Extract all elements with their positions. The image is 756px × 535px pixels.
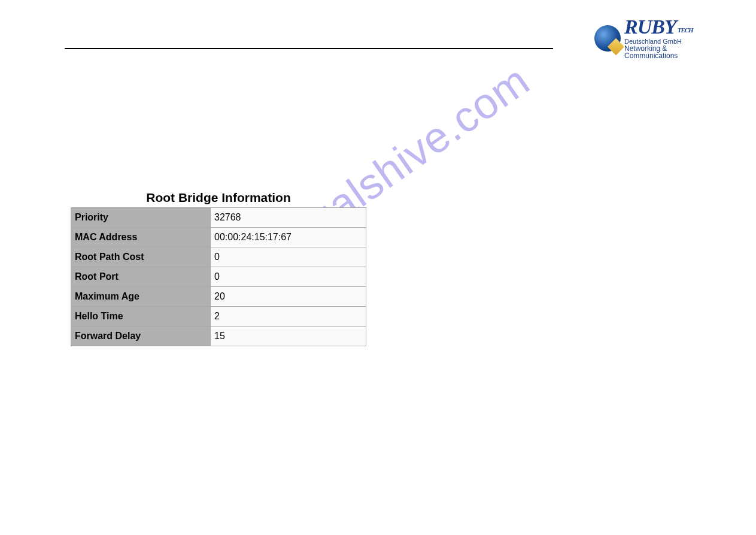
- globe-icon: [594, 25, 621, 52]
- row-label: Maximum Age: [71, 287, 211, 307]
- table-row: MAC Address 00:00:24:15:17:67: [71, 228, 366, 247]
- row-value: 20: [211, 287, 366, 307]
- table-row: Forward Delay 15: [71, 327, 366, 346]
- logo-brand: RUBY TECH: [624, 17, 702, 37]
- root-bridge-table: Priority 32768 MAC Address 00:00:24:15:1…: [71, 207, 366, 346]
- row-value: 2: [211, 307, 366, 327]
- row-label: Forward Delay: [71, 327, 211, 346]
- logo-brand-text: RUBY: [624, 17, 676, 37]
- table-row: Maximum Age 20: [71, 287, 366, 307]
- table-title: Root Bridge Information: [71, 191, 366, 205]
- row-value: 0: [211, 267, 366, 287]
- row-value: 00:00:24:15:17:67: [211, 228, 366, 247]
- row-value: 0: [211, 247, 366, 267]
- table-row: Hello Time 2: [71, 307, 366, 327]
- row-value: 32768: [211, 208, 366, 228]
- logo-suffix: TECH: [678, 27, 693, 34]
- row-label: Hello Time: [71, 307, 211, 327]
- logo-subline-2: Networking & Communications: [624, 45, 702, 59]
- table-row: Root Path Cost 0: [71, 247, 366, 267]
- table-row: Root Port 0: [71, 267, 366, 287]
- row-label: Root Path Cost: [71, 247, 211, 267]
- brand-logo: RUBY TECH Deutschland GmbH Networking & …: [594, 17, 702, 59]
- row-label: MAC Address: [71, 228, 211, 247]
- table-row: Priority 32768: [71, 208, 366, 228]
- row-label: Priority: [71, 208, 211, 228]
- root-bridge-info-section: Root Bridge Information Priority 32768 M…: [71, 191, 366, 346]
- row-value: 15: [211, 327, 366, 346]
- row-label: Root Port: [71, 267, 211, 287]
- header-divider: [65, 48, 553, 49]
